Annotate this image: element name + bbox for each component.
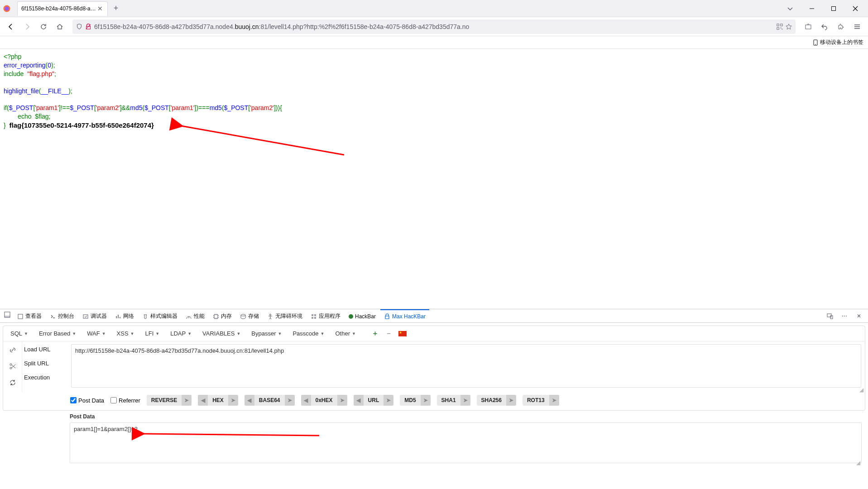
bookmark-bar: 移动设备上的书签: [0, 36, 868, 49]
enc-0xhex-button[interactable]: ◀0xHEX➤: [301, 395, 347, 406]
chevron-left-icon: ◀: [245, 395, 254, 406]
devtab-style[interactable]: 样式编辑器: [139, 309, 181, 322]
hb-sidebar: [3, 341, 22, 392]
nav-forward-button[interactable]: [20, 19, 34, 34]
svg-rect-18: [5, 316, 10, 317]
svg-point-31: [10, 367, 12, 369]
devtab-a11y[interactable]: 无障碍环境: [264, 309, 306, 322]
enc-md5-button[interactable]: MD5➤: [400, 395, 430, 406]
chevron-right-icon: ➤: [337, 395, 347, 406]
hackbar-panel: SQL▼ Error Based▼ WAF▼ XSS▼ LFI▼ LDAP▼ V…: [0, 323, 868, 489]
enc-sha256-button[interactable]: SHA256➤: [477, 395, 516, 406]
nav-back-button[interactable]: [4, 19, 18, 34]
enc-reverse-button[interactable]: REVERSE➤: [147, 395, 192, 406]
bookmark-star-icon[interactable]: [786, 24, 792, 30]
hackbar-dot-icon: [349, 314, 353, 319]
chevron-right-icon: ➤: [421, 395, 431, 406]
hb-remove-button[interactable]: －: [383, 328, 395, 340]
devtab-debugger[interactable]: 调试器: [79, 309, 110, 322]
window-controls: [781, 2, 868, 15]
hb-spliturl-button[interactable]: Split URL: [24, 360, 66, 367]
hb-add-button[interactable]: ＋: [369, 328, 381, 340]
hb-menu-waf[interactable]: WAF▼: [82, 328, 110, 339]
devtab-memory[interactable]: 内存: [209, 309, 235, 322]
window-minimize-button[interactable]: [803, 2, 821, 15]
svg-rect-20: [83, 315, 88, 318]
svg-rect-5: [777, 24, 779, 25]
chevron-right-icon: ➤: [460, 395, 470, 406]
devtools-more-icon[interactable]: ⋯: [839, 311, 850, 321]
hb-menu-other[interactable]: Other▼: [331, 328, 360, 339]
devtab-app[interactable]: 应用程序: [307, 309, 344, 322]
enc-base64-button[interactable]: ◀BASE64➤: [245, 395, 295, 406]
tab-close-icon[interactable]: ✕: [96, 5, 104, 12]
hb-referrer-checkbox[interactable]: Referrer: [110, 397, 140, 404]
new-tab-button[interactable]: +: [110, 2, 122, 15]
enc-url-button[interactable]: ◀URL➤: [354, 395, 394, 406]
hb-menu-errorbased[interactable]: Error Based▼: [34, 328, 81, 339]
chevron-left-icon: ◀: [301, 395, 311, 406]
devtab-console[interactable]: 控制台: [46, 309, 78, 322]
qr-icon[interactable]: [777, 24, 783, 30]
refresh-icon[interactable]: [8, 378, 18, 388]
svg-point-15: [815, 44, 816, 45]
link-icon[interactable]: [8, 345, 18, 355]
enc-rot13-button[interactable]: ROT13➤: [523, 395, 559, 406]
devtools-close-button[interactable]: ✕: [854, 311, 864, 321]
extensions-icon[interactable]: [834, 19, 848, 34]
hb-menu-lfi[interactable]: LFI▼: [141, 328, 164, 339]
hackbar-menubar: SQL▼ Error Based▼ WAF▼ XSS▼ LFI▼ LDAP▼ V…: [3, 326, 865, 341]
hb-menu-sql[interactable]: SQL▼: [6, 328, 33, 339]
devtab-maxhackbar[interactable]: Max HacKBar: [380, 309, 429, 322]
chevron-right-icon: ➤: [549, 395, 559, 406]
svg-point-1: [5, 6, 9, 10]
window-dropdown-icon[interactable]: [781, 2, 799, 15]
chevron-right-icon: ➤: [285, 395, 295, 406]
lock-insecure-icon: [85, 24, 91, 30]
mobile-bookmarks-link[interactable]: 移动设备上的书签: [813, 38, 863, 46]
hb-menu-variables[interactable]: VARIABLES▼: [198, 328, 245, 339]
nav-reload-button[interactable]: [36, 19, 51, 34]
postdata-input[interactable]: [70, 422, 862, 463]
nav-home-button[interactable]: [53, 19, 67, 34]
devtab-network[interactable]: 网络: [111, 309, 138, 322]
hb-url-input[interactable]: [71, 344, 861, 388]
svg-point-30: [10, 364, 12, 365]
devtab-hackbar[interactable]: HackBar: [345, 309, 379, 322]
firefox-logo-icon: [0, 5, 14, 13]
app-menu-button[interactable]: [850, 19, 864, 34]
devtab-perf[interactable]: 性能: [182, 309, 208, 322]
hb-postdata-checkbox[interactable]: Post Data: [70, 397, 104, 404]
svg-rect-7: [777, 27, 779, 29]
hb-flag-cn-icon[interactable]: [397, 328, 408, 340]
chevron-right-icon: ➤: [182, 395, 192, 406]
undo-icon[interactable]: [817, 19, 832, 34]
window-close-button[interactable]: [846, 2, 864, 15]
devtools-responsive-icon[interactable]: [825, 311, 835, 321]
enc-sha1-button[interactable]: SHA1➤: [437, 395, 470, 406]
devtools-dock-icon[interactable]: [2, 309, 13, 320]
hb-loadurl-button[interactable]: Load URL: [24, 346, 66, 353]
devtab-storage[interactable]: 存储: [236, 309, 263, 322]
postdata-label: Post Data: [70, 413, 862, 420]
browser-tab[interactable]: 6f15158e-b24a-4075-86d8-a427 ✕: [17, 1, 108, 16]
devtab-inspector[interactable]: 查看器: [14, 309, 45, 322]
chevron-left-icon: ◀: [354, 395, 364, 406]
hb-menu-ldap[interactable]: LDAP▼: [166, 328, 196, 339]
php-source: <?php error_reporting(0); include "flag.…: [4, 53, 864, 130]
svg-rect-19: [18, 314, 23, 319]
scissors-icon[interactable]: [8, 361, 18, 371]
hb-menu-passcode[interactable]: Passcode▼: [288, 328, 329, 339]
chevron-right-icon: ➤: [506, 395, 516, 406]
enc-hex-button[interactable]: ◀HEX➤: [198, 395, 238, 406]
svg-rect-24: [312, 314, 313, 316]
window-maximize-button[interactable]: [825, 2, 843, 15]
page-content: <?php error_reporting(0); include "flag.…: [0, 49, 868, 134]
hb-execution-button[interactable]: Execution: [24, 374, 66, 381]
hb-menu-xss[interactable]: XSS▼: [112, 328, 139, 339]
screenshot-icon[interactable]: [801, 19, 815, 34]
titlebar: 6f15158e-b24a-4075-86d8-a427 ✕ +: [0, 0, 868, 17]
chevron-right-icon: ➤: [228, 395, 238, 406]
hb-menu-bypasser[interactable]: Bypasser▼: [247, 328, 286, 339]
url-bar[interactable]: 6f15158e-b24a-4075-86d8-a427bd35d77a.nod…: [72, 19, 796, 34]
